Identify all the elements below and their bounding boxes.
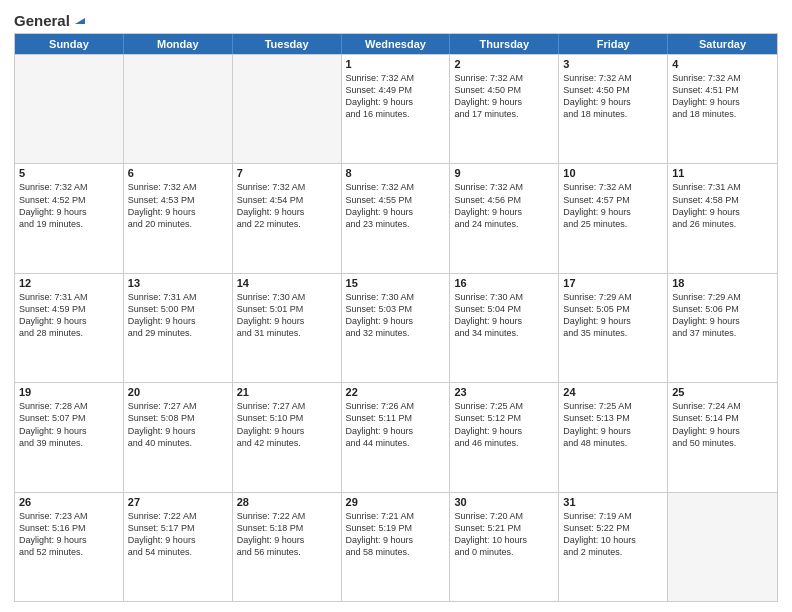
day-info: Sunrise: 7:30 AM Sunset: 5:03 PM Dayligh… [346, 291, 446, 340]
day-info: Sunrise: 7:32 AM Sunset: 4:57 PM Dayligh… [563, 181, 663, 230]
header-cell-friday: Friday [559, 34, 668, 54]
empty-cell [668, 493, 777, 601]
day-info: Sunrise: 7:25 AM Sunset: 5:13 PM Dayligh… [563, 400, 663, 449]
day-cell-8: 8Sunrise: 7:32 AM Sunset: 4:55 PM Daylig… [342, 164, 451, 272]
day-cell-25: 25Sunrise: 7:24 AM Sunset: 5:14 PM Dayli… [668, 383, 777, 491]
day-number: 4 [672, 58, 773, 70]
day-number: 1 [346, 58, 446, 70]
day-number: 26 [19, 496, 119, 508]
day-info: Sunrise: 7:31 AM Sunset: 4:58 PM Dayligh… [672, 181, 773, 230]
calendar-header-row: SundayMondayTuesdayWednesdayThursdayFrid… [15, 34, 777, 54]
day-cell-19: 19Sunrise: 7:28 AM Sunset: 5:07 PM Dayli… [15, 383, 124, 491]
day-info: Sunrise: 7:23 AM Sunset: 5:16 PM Dayligh… [19, 510, 119, 559]
day-info: Sunrise: 7:31 AM Sunset: 5:00 PM Dayligh… [128, 291, 228, 340]
day-cell-21: 21Sunrise: 7:27 AM Sunset: 5:10 PM Dayli… [233, 383, 342, 491]
day-number: 5 [19, 167, 119, 179]
day-cell-7: 7Sunrise: 7:32 AM Sunset: 4:54 PM Daylig… [233, 164, 342, 272]
day-info: Sunrise: 7:28 AM Sunset: 5:07 PM Dayligh… [19, 400, 119, 449]
day-number: 2 [454, 58, 554, 70]
day-cell-13: 13Sunrise: 7:31 AM Sunset: 5:00 PM Dayli… [124, 274, 233, 382]
day-info: Sunrise: 7:22 AM Sunset: 5:18 PM Dayligh… [237, 510, 337, 559]
day-info: Sunrise: 7:30 AM Sunset: 5:01 PM Dayligh… [237, 291, 337, 340]
day-info: Sunrise: 7:30 AM Sunset: 5:04 PM Dayligh… [454, 291, 554, 340]
day-info: Sunrise: 7:27 AM Sunset: 5:10 PM Dayligh… [237, 400, 337, 449]
day-cell-10: 10Sunrise: 7:32 AM Sunset: 4:57 PM Dayli… [559, 164, 668, 272]
day-info: Sunrise: 7:29 AM Sunset: 5:06 PM Dayligh… [672, 291, 773, 340]
calendar-row-1: 1Sunrise: 7:32 AM Sunset: 4:49 PM Daylig… [15, 54, 777, 163]
header-cell-tuesday: Tuesday [233, 34, 342, 54]
day-info: Sunrise: 7:31 AM Sunset: 4:59 PM Dayligh… [19, 291, 119, 340]
day-number: 11 [672, 167, 773, 179]
day-cell-31: 31Sunrise: 7:19 AM Sunset: 5:22 PM Dayli… [559, 493, 668, 601]
day-cell-28: 28Sunrise: 7:22 AM Sunset: 5:18 PM Dayli… [233, 493, 342, 601]
calendar: SundayMondayTuesdayWednesdayThursdayFrid… [14, 33, 778, 602]
day-number: 31 [563, 496, 663, 508]
day-info: Sunrise: 7:32 AM Sunset: 4:55 PM Dayligh… [346, 181, 446, 230]
logo-icon [71, 12, 87, 28]
day-cell-17: 17Sunrise: 7:29 AM Sunset: 5:05 PM Dayli… [559, 274, 668, 382]
day-number: 16 [454, 277, 554, 289]
calendar-row-4: 19Sunrise: 7:28 AM Sunset: 5:07 PM Dayli… [15, 382, 777, 491]
day-cell-3: 3Sunrise: 7:32 AM Sunset: 4:50 PM Daylig… [559, 55, 668, 163]
day-cell-14: 14Sunrise: 7:30 AM Sunset: 5:01 PM Dayli… [233, 274, 342, 382]
day-number: 13 [128, 277, 228, 289]
day-number: 19 [19, 386, 119, 398]
svg-marker-0 [75, 18, 85, 24]
day-info: Sunrise: 7:21 AM Sunset: 5:19 PM Dayligh… [346, 510, 446, 559]
day-number: 22 [346, 386, 446, 398]
day-number: 30 [454, 496, 554, 508]
empty-cell [124, 55, 233, 163]
logo: General [14, 10, 87, 27]
day-info: Sunrise: 7:26 AM Sunset: 5:11 PM Dayligh… [346, 400, 446, 449]
day-number: 29 [346, 496, 446, 508]
day-cell-23: 23Sunrise: 7:25 AM Sunset: 5:12 PM Dayli… [450, 383, 559, 491]
day-info: Sunrise: 7:32 AM Sunset: 4:53 PM Dayligh… [128, 181, 228, 230]
day-number: 6 [128, 167, 228, 179]
day-number: 7 [237, 167, 337, 179]
day-cell-16: 16Sunrise: 7:30 AM Sunset: 5:04 PM Dayli… [450, 274, 559, 382]
day-number: 14 [237, 277, 337, 289]
day-cell-30: 30Sunrise: 7:20 AM Sunset: 5:21 PM Dayli… [450, 493, 559, 601]
day-info: Sunrise: 7:32 AM Sunset: 4:50 PM Dayligh… [563, 72, 663, 121]
calendar-body: 1Sunrise: 7:32 AM Sunset: 4:49 PM Daylig… [15, 54, 777, 601]
day-cell-24: 24Sunrise: 7:25 AM Sunset: 5:13 PM Dayli… [559, 383, 668, 491]
day-number: 25 [672, 386, 773, 398]
day-info: Sunrise: 7:32 AM Sunset: 4:51 PM Dayligh… [672, 72, 773, 121]
empty-cell [15, 55, 124, 163]
day-info: Sunrise: 7:32 AM Sunset: 4:50 PM Dayligh… [454, 72, 554, 121]
day-cell-29: 29Sunrise: 7:21 AM Sunset: 5:19 PM Dayli… [342, 493, 451, 601]
empty-cell [233, 55, 342, 163]
day-cell-4: 4Sunrise: 7:32 AM Sunset: 4:51 PM Daylig… [668, 55, 777, 163]
day-number: 24 [563, 386, 663, 398]
day-number: 28 [237, 496, 337, 508]
day-cell-1: 1Sunrise: 7:32 AM Sunset: 4:49 PM Daylig… [342, 55, 451, 163]
page: General SundayMondayTuesdayWednesdayThur… [0, 0, 792, 612]
day-cell-18: 18Sunrise: 7:29 AM Sunset: 5:06 PM Dayli… [668, 274, 777, 382]
day-number: 12 [19, 277, 119, 289]
day-number: 10 [563, 167, 663, 179]
day-number: 18 [672, 277, 773, 289]
day-number: 15 [346, 277, 446, 289]
day-info: Sunrise: 7:32 AM Sunset: 4:56 PM Dayligh… [454, 181, 554, 230]
day-number: 9 [454, 167, 554, 179]
day-info: Sunrise: 7:22 AM Sunset: 5:17 PM Dayligh… [128, 510, 228, 559]
day-cell-9: 9Sunrise: 7:32 AM Sunset: 4:56 PM Daylig… [450, 164, 559, 272]
day-cell-5: 5Sunrise: 7:32 AM Sunset: 4:52 PM Daylig… [15, 164, 124, 272]
day-info: Sunrise: 7:32 AM Sunset: 4:52 PM Dayligh… [19, 181, 119, 230]
header: General [14, 10, 778, 27]
day-info: Sunrise: 7:32 AM Sunset: 4:49 PM Dayligh… [346, 72, 446, 121]
day-info: Sunrise: 7:29 AM Sunset: 5:05 PM Dayligh… [563, 291, 663, 340]
day-cell-12: 12Sunrise: 7:31 AM Sunset: 4:59 PM Dayli… [15, 274, 124, 382]
day-info: Sunrise: 7:32 AM Sunset: 4:54 PM Dayligh… [237, 181, 337, 230]
day-cell-22: 22Sunrise: 7:26 AM Sunset: 5:11 PM Dayli… [342, 383, 451, 491]
day-info: Sunrise: 7:25 AM Sunset: 5:12 PM Dayligh… [454, 400, 554, 449]
day-info: Sunrise: 7:20 AM Sunset: 5:21 PM Dayligh… [454, 510, 554, 559]
day-cell-2: 2Sunrise: 7:32 AM Sunset: 4:50 PM Daylig… [450, 55, 559, 163]
day-number: 17 [563, 277, 663, 289]
day-cell-15: 15Sunrise: 7:30 AM Sunset: 5:03 PM Dayli… [342, 274, 451, 382]
day-info: Sunrise: 7:24 AM Sunset: 5:14 PM Dayligh… [672, 400, 773, 449]
day-number: 21 [237, 386, 337, 398]
day-number: 23 [454, 386, 554, 398]
header-cell-thursday: Thursday [450, 34, 559, 54]
header-cell-wednesday: Wednesday [342, 34, 451, 54]
